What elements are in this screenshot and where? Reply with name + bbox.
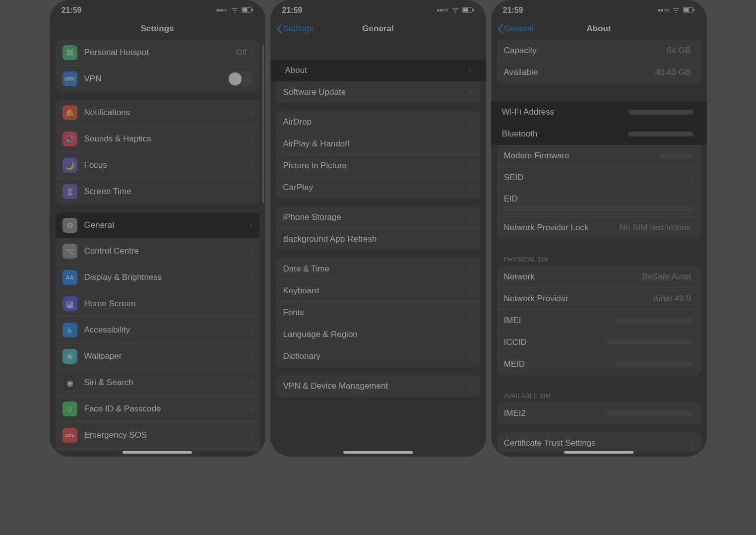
- svg-rect-2: [252, 9, 253, 11]
- general-screen: 21:59 ▪▪▫▫ Settings General About › Soft…: [270, 0, 486, 457]
- redacted-value: [617, 359, 691, 369]
- settings-screen: 21:59 ▪▪▫▫ Settings ⌘ Personal Hotspot O…: [50, 0, 265, 457]
- row-about[interactable]: About ›: [270, 60, 486, 81]
- hourglass-icon: ⏳: [63, 184, 77, 199]
- wifi-icon: [231, 6, 239, 15]
- row-siri[interactable]: ◉ Siri & Search ›: [56, 370, 259, 396]
- row-accessibility[interactable]: ♿︎ Accessibility ›: [56, 317, 259, 343]
- row-network-provider: Network Provider Airtel 49.0: [497, 288, 701, 310]
- battery-icon: [683, 6, 695, 15]
- row-display[interactable]: AA Display & Brightness ›: [56, 265, 259, 291]
- chevron-icon: ›: [250, 273, 252, 281]
- chevron-icon: ›: [471, 184, 473, 192]
- row-label: VPN: [84, 74, 228, 84]
- signal-icon: ▪▪▫▫: [437, 6, 448, 15]
- row-personal-hotspot[interactable]: ⌘ Personal Hotspot Off ›: [56, 40, 259, 66]
- row-iccid: ICCID: [497, 332, 701, 353]
- chevron-icon: ›: [250, 247, 252, 255]
- row-pip[interactable]: Picture in Picture›: [276, 155, 480, 177]
- row-sos[interactable]: SOS Emergency SOS ›: [56, 422, 259, 449]
- battery-icon: [242, 6, 253, 15]
- row-bluetooth: Bluetooth: [491, 123, 707, 145]
- chevron-icon: ›: [250, 109, 252, 117]
- chevron-icon: ›: [471, 213, 473, 221]
- page-title: About: [586, 24, 611, 34]
- row-cert-trust[interactable]: Certificate Trust Settings ›: [497, 432, 701, 452]
- back-button[interactable]: Settings: [276, 24, 314, 34]
- row-airdrop[interactable]: AirDrop›: [276, 111, 480, 133]
- status-bar: 21:59 ▪▪▫▫: [50, 0, 265, 18]
- redacted-value: [607, 408, 691, 418]
- chevron-icon: ›: [471, 140, 473, 148]
- row-meid: MEID: [497, 353, 701, 375]
- hotspot-icon: ⌘: [63, 45, 77, 60]
- moon-icon: 🌙: [63, 158, 77, 173]
- chevron-icon: ›: [250, 352, 252, 360]
- text-size-icon: AA: [63, 270, 77, 285]
- row-language[interactable]: Language & Region›: [276, 324, 480, 345]
- row-keyboard[interactable]: Keyboard›: [276, 280, 480, 302]
- status-bar: 21:59 ▪▪▫▫: [491, 0, 707, 18]
- gear-icon: ⚙: [63, 218, 77, 233]
- status-time: 21:59: [62, 6, 82, 15]
- row-storage[interactable]: iPhone Storage›: [276, 206, 480, 228]
- row-vpn-mgmt[interactable]: VPN & Device Management›: [276, 375, 480, 397]
- row-available: Available 40.43 GB: [497, 62, 701, 83]
- nav-bar: General About: [491, 18, 707, 40]
- svg-rect-8: [693, 9, 694, 11]
- svg-rect-5: [473, 9, 474, 11]
- back-button[interactable]: General: [497, 24, 534, 34]
- svg-rect-1: [242, 8, 247, 12]
- signal-icon: ▪▪▫▫: [216, 6, 228, 15]
- row-dictionary[interactable]: Dictionary›: [276, 345, 480, 367]
- back-label: General: [504, 24, 534, 34]
- row-sounds[interactable]: 🔊 Sounds & Haptics ›: [56, 126, 259, 152]
- home-indicator[interactable]: [123, 451, 192, 454]
- row-control-centre[interactable]: ⌥ Control Centre ›: [56, 238, 259, 265]
- row-seid[interactable]: SEID ›: [497, 167, 701, 189]
- accessibility-icon: ♿︎: [63, 323, 77, 337]
- chevron-icon: ›: [469, 67, 471, 74]
- chevron-icon: ›: [692, 174, 694, 182]
- home-indicator[interactable]: [564, 451, 633, 454]
- status-time: 21:59: [503, 6, 523, 15]
- row-eid: EID: [497, 189, 701, 217]
- chevron-icon: ›: [471, 382, 473, 390]
- row-notifications[interactable]: 🔔 Notifications ›: [56, 100, 259, 126]
- row-software-update[interactable]: Software Update ›: [276, 81, 480, 103]
- row-date-time[interactable]: Date & Time›: [276, 258, 480, 280]
- chevron-icon: ›: [250, 431, 252, 439]
- home-indicator[interactable]: [343, 451, 413, 454]
- redacted-value: [504, 206, 694, 211]
- chevron-icon: ›: [250, 300, 252, 308]
- row-general[interactable]: ⚙ General ›: [56, 212, 259, 238]
- chevron-icon: ›: [471, 265, 473, 273]
- row-airplay[interactable]: AirPlay & Handoff›: [276, 133, 480, 155]
- row-bg-refresh[interactable]: Background App Refresh›: [276, 228, 480, 250]
- page-title: General: [362, 24, 393, 34]
- chevron-icon: ›: [471, 235, 473, 243]
- faceid-icon: ☺: [63, 401, 77, 416]
- svg-rect-7: [684, 8, 689, 12]
- row-capacity: Capacity 64 GB: [497, 40, 701, 62]
- row-focus[interactable]: 🌙 Focus ›: [56, 152, 259, 179]
- row-faceid[interactable]: ☺ Face ID & Passcode ›: [56, 396, 259, 422]
- row-home-screen[interactable]: ▦ Home Screen ›: [56, 291, 259, 317]
- redacted-value: [617, 316, 691, 326]
- redacted-value: [661, 151, 691, 161]
- row-wifi-address: Wi-Fi Address: [491, 101, 707, 123]
- back-label: Settings: [283, 24, 314, 34]
- chevron-icon: ›: [250, 161, 252, 169]
- chevron-icon: ›: [250, 379, 252, 387]
- battery-icon: [462, 6, 474, 15]
- row-vpn[interactable]: VPN VPN: [56, 66, 259, 92]
- row-fonts[interactable]: Fonts›: [276, 302, 480, 324]
- row-screentime[interactable]: ⏳ Screen Time ›: [56, 179, 259, 204]
- chevron-icon: ›: [471, 287, 473, 295]
- row-carplay[interactable]: CarPlay›: [276, 177, 480, 199]
- chevron-icon: ›: [250, 188, 252, 196]
- status-indicators: ▪▪▫▫: [216, 6, 253, 15]
- row-wallpaper[interactable]: ❀ Wallpaper ›: [56, 343, 259, 370]
- vpn-toggle[interactable]: [228, 71, 252, 86]
- speaker-icon: 🔊: [63, 132, 77, 146]
